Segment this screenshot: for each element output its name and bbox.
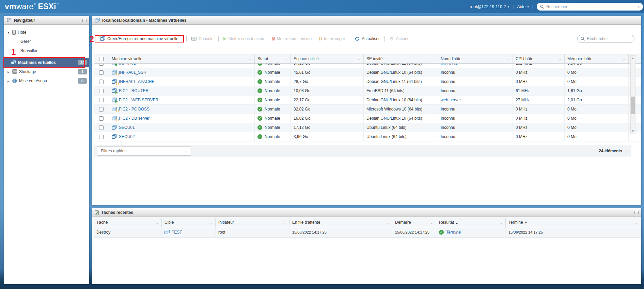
suspend-button[interactable]: Interrompre (315, 36, 349, 41)
top-bar: vmware®ESXi™ root@172.19.110.2 | Aide | (0, 0, 644, 13)
vm-table-row[interactable]: FIC2 - DB server Normale 16,02 Go Debian… (94, 114, 641, 123)
vm-table-row[interactable]: INFRA01_APACHE Normale 28,7 Go Debian GN… (94, 77, 641, 86)
navigator-header: Navigateur (4, 16, 89, 25)
power-off-button[interactable]: Mettre hors tension (268, 36, 316, 41)
tasks-table-header: Tâche Cible Initiateur En file d'attente… (94, 218, 641, 227)
column-header-result[interactable]: Résultat (436, 218, 506, 227)
column-header-vm-name[interactable]: Machine virtuelle (109, 54, 255, 63)
vm-table-row[interactable]: INFRA01_SSH Normale 45,61 Go Debian GNU/… (94, 68, 641, 77)
column-header-status[interactable]: Statut (255, 54, 291, 63)
vm-table-row[interactable]: SECU01 Normale 17,12 Go Ubuntu Linux (64… (94, 123, 641, 132)
row-checkbox[interactable] (99, 135, 104, 139)
task-row[interactable]: Destroy TEST root 15/06/2022 14:17:25 15… (94, 227, 641, 238)
column-menu-icon[interactable] (283, 57, 288, 61)
row-checkbox[interactable] (99, 70, 104, 75)
column-header-started[interactable]: Démarré (392, 218, 436, 227)
navigator-tree: Hôte Gérer Surveiller Machines virtuelle… (4, 25, 89, 85)
scroll-down-icon[interactable] (631, 129, 635, 133)
column-menu-icon[interactable] (282, 221, 286, 224)
column-header-guest-os[interactable]: SE invité (364, 54, 438, 63)
column-header-host-name[interactable]: Nom d'hôte (438, 54, 513, 63)
column-header-task[interactable]: Tâche (94, 218, 162, 227)
column-menu-icon[interactable] (498, 221, 503, 224)
sidebar-item-storage[interactable]: Stockage 1 (4, 67, 89, 76)
collapsed-arrow-icon[interactable] (7, 79, 10, 83)
vm-name-link[interactable]: FIC2 - WEB SERVER (119, 98, 158, 102)
sidebar-item-host[interactable]: Hôte (4, 28, 89, 37)
refresh-button[interactable]: Actualiser (351, 36, 383, 41)
row-checkbox[interactable] (99, 125, 104, 130)
expanded-arrow-icon[interactable] (7, 30, 10, 35)
search-scope-caret-icon[interactable] (638, 4, 640, 9)
user-menu[interactable]: root@172.19.110.2 (470, 4, 509, 9)
select-all-checkbox[interactable] (99, 57, 104, 61)
storage-count-badge: 1 (78, 69, 87, 74)
vm-table-row[interactable]: INFRA01 Normale 37,16 Go Debian GNU/Linu… (94, 64, 641, 68)
vm-name-link[interactable]: INFRA01_APACHE (119, 79, 154, 84)
column-menu-icon[interactable] (505, 57, 510, 61)
table-scrollbar[interactable] (630, 55, 635, 134)
sidebar-item-virtual-machines[interactable]: Machines virtuelles 24 (4, 58, 89, 67)
column-menu-icon[interactable] (356, 57, 361, 61)
vm-name-link[interactable]: INFRA01_SSH (119, 70, 146, 75)
quick-filters-dropdown[interactable]: Filtres rapides... (97, 146, 191, 156)
help-menu[interactable]: Aide (517, 4, 529, 9)
column-header-host-memory[interactable]: Mémoire hôte (565, 54, 629, 63)
vm-search[interactable] (577, 35, 634, 43)
column-menu-icon[interactable] (384, 221, 389, 224)
resize-grip-icon[interactable] (625, 149, 628, 153)
sidebar-item-manage[interactable]: Gérer (4, 37, 89, 46)
column-menu-icon[interactable] (247, 57, 252, 61)
vm-table-row[interactable]: FIC2 - PC BOSS Normale 32,02 Go Microsof… (94, 105, 641, 114)
column-header-completed[interactable]: Terminé (506, 218, 641, 227)
collapse-panel-icon[interactable] (82, 19, 87, 22)
vm-search-input[interactable] (587, 36, 631, 41)
column-header-target[interactable]: Cible (162, 218, 216, 227)
column-menu-icon[interactable] (633, 221, 638, 224)
column-header-host-cpu[interactable]: CPU hôte (513, 54, 565, 63)
column-header-used-space[interactable]: Espace utilisé (291, 54, 364, 63)
row-checkbox[interactable] (99, 107, 104, 112)
sidebar-item-monitor[interactable]: Surveiller (4, 46, 89, 55)
console-button[interactable]: Console (188, 36, 217, 41)
sidebar-item-networking[interactable]: Mise en réseau 6 (4, 76, 89, 85)
row-checkbox[interactable] (99, 98, 104, 102)
column-menu-icon[interactable] (557, 57, 562, 61)
column-label: SE invité (366, 56, 382, 61)
vm-name-link[interactable]: FIC2 - DB server (119, 116, 150, 121)
column-header-initiator[interactable]: Initiateur (216, 218, 289, 227)
global-search-input[interactable] (546, 4, 636, 9)
host-memory-cell: 0 Mo (565, 132, 629, 141)
maximize-panel-icon[interactable] (634, 211, 639, 214)
global-search[interactable] (537, 3, 643, 11)
column-menu-icon[interactable] (154, 221, 159, 224)
chevron-down-icon (183, 149, 188, 153)
row-checkbox[interactable] (99, 89, 104, 93)
vm-name-link[interactable]: FIC2 - ROUTER (119, 88, 148, 93)
vm-name-link[interactable]: SECU02 (119, 134, 135, 139)
power-on-button[interactable]: Mettre sous tension (220, 36, 268, 41)
row-checkbox[interactable] (99, 64, 104, 66)
scroll-up-icon[interactable] (631, 56, 635, 61)
row-checkbox[interactable] (99, 116, 104, 121)
vm-table-row[interactable]: FIC2 - ROUTER Normale 10,08 Go FreeBSD 1… (94, 86, 641, 96)
vm-name-link[interactable]: SECU01 (119, 125, 135, 130)
column-menu-icon[interactable] (621, 57, 626, 61)
row-checkbox[interactable] (99, 80, 104, 84)
vm-name-link[interactable]: INFRA01 (119, 64, 136, 66)
actions-button[interactable]: Actions (386, 36, 413, 41)
vm-table-row[interactable]: FIC2 - WEB SERVER Normale 22,17 Go Debia… (94, 96, 641, 105)
column-menu-icon[interactable] (428, 221, 433, 224)
sidebar-item-label: Gérer (20, 39, 31, 44)
vm-table-row[interactable]: SECU02 Normale 3,96 Go Ubuntu Linux (64 … (94, 132, 641, 141)
column-menu-icon[interactable] (208, 221, 213, 224)
collapsed-arrow-icon[interactable] (7, 69, 10, 74)
create-vm-button[interactable]: Créer/Enregistrer une machine virtuelle (96, 36, 182, 41)
column-header-queued[interactable]: En file d'attente (289, 218, 392, 227)
host-name-value: Inconnu (441, 134, 455, 139)
annotation-step-2: 2 (90, 35, 94, 44)
column-menu-icon[interactable] (430, 57, 435, 61)
vm-name-link[interactable]: FIC2 - PC BOSS (119, 107, 150, 112)
target-link[interactable]: TEST (172, 230, 182, 235)
scrollbar-thumb[interactable] (631, 97, 635, 114)
